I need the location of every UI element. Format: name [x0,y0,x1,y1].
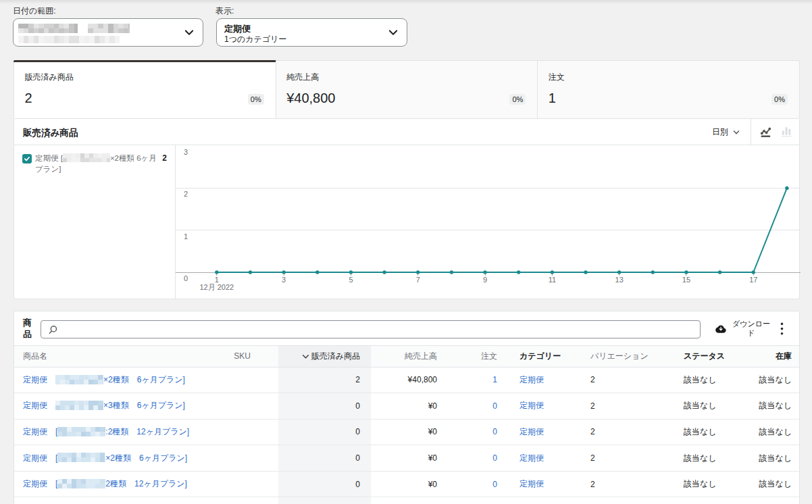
status-cell: 該当なし [673,445,746,472]
orders-cell: 0 [448,471,508,497]
category-cell: 定期便 [508,445,580,472]
chevron-down-icon [184,27,195,38]
svg-text:0: 0 [184,274,188,282]
variations-cell: 2 [580,445,673,472]
col-items-sold-sorted[interactable]: 販売済み商品 [278,346,371,367]
tab-items-sold[interactable]: 販売済み商品 2 0% [14,61,276,118]
products-table-card: 商品 ダウンロード 商品 [14,311,800,504]
empty-cell [448,497,508,504]
bar-chart-toggle[interactable] [778,124,794,140]
variations-cell: 2 [580,419,673,445]
chart-header: 販売済み商品 日別 [14,119,799,145]
category-cell: 定期便 [508,471,580,497]
svg-text:3: 3 [282,276,286,284]
variations-cell: 2 [580,367,673,393]
col-net-sales[interactable]: 純売上高 [371,346,448,367]
orders-link[interactable]: 0 [492,401,497,411]
category-link[interactable]: 定期便 [519,401,544,410]
legend-checkbox-checked[interactable] [22,154,32,163]
col-variations[interactable]: バリエーション [580,346,673,367]
search-input[interactable] [61,321,696,338]
granularity-select[interactable]: 日別 [712,119,740,145]
granularity-label: 日別 [712,126,728,138]
category-link[interactable]: 定期便 [519,453,544,463]
net-sales-cell: ¥0 [371,445,448,472]
inventory-cell: 該当なし [746,445,799,472]
status-cell: 該当なし [673,367,746,393]
tab-orders[interactable]: 注文 1 0% [537,61,799,118]
col-orders[interactable]: 注文 [448,346,508,367]
status-cell: 該当なし [673,471,746,497]
orders-cell: 0 [448,419,508,445]
items-sold-cell: 2 [278,367,371,393]
col-sku[interactable]: SKU [216,346,278,367]
legend-item[interactable]: 定期便 [×2種類 6ヶ月プラン] 2 [22,153,168,174]
redacted-product-name [55,401,103,410]
product-link[interactable]: 定期便 ×3種類 6ヶ月プラン] [23,401,185,410]
empty-cell [14,497,216,504]
chart-legend: 定期便 [×2種類 6ヶ月プラン] 2 [14,145,176,299]
metric-value: ¥40,800 [286,90,335,106]
line-chart-toggle[interactable] [758,124,774,140]
product-link[interactable]: 定期便 [:2種類 12ヶ月プラン] [23,427,189,436]
date-range-redacted-subvalue [18,36,120,43]
tab-net-sales[interactable]: 純売上高 ¥40,800 0% [276,61,538,118]
product-link[interactable]: 定期便 [×2種類 6ヶ月プラン] [23,453,187,463]
legend-label-suffix: ×2種類 6ヶ月 [110,154,157,162]
search-box[interactable] [41,320,701,338]
product-link[interactable]: 定期便 ×2種類 6ヶ月プラン] [23,375,185,384]
inventory-cell: 該当なし [746,367,799,393]
col-status[interactable]: ステータス [673,346,746,367]
checkmark-icon [24,155,30,162]
orders-link[interactable]: 1 [492,375,497,384]
redacted-product-name [57,427,105,436]
kebab-menu-button[interactable] [775,318,788,340]
table-header-row: 商品名 SKU 販売済み商品 純売上高 注文 カテゴリー バリエーション ステー… [14,346,799,367]
bar-chart-icon [782,126,792,137]
legend-value: 2 [162,153,167,163]
items-sold-cell: 0 [278,445,371,472]
svg-text:17: 17 [749,276,757,284]
download-label: ダウンロード [732,320,771,338]
product-name-prefix: 定期便 [23,375,55,384]
date-range-select[interactable] [13,18,203,47]
metric-value: 1 [549,90,556,106]
sku-cell [216,419,278,445]
net-sales-cell: ¥0 [371,393,448,420]
table-section-label: 商品 [23,318,32,340]
metric-change-badge: 0% [771,94,788,105]
category-cell: 定期便 [508,367,580,393]
net-sales-cell: ¥0 [371,419,448,445]
net-sales-cell: ¥0 [371,471,448,497]
orders-link[interactable]: 0 [492,427,497,436]
orders-link[interactable]: 0 [492,480,497,489]
download-button[interactable]: ダウンロード [715,316,773,342]
chevron-down-icon [388,27,399,38]
orders-link[interactable]: 0 [492,453,497,463]
chart-body: 定期便 [×2種類 6ヶ月プラン] 2 0123135791113151712月… [14,145,799,299]
sort-descending-chevron-icon [302,354,309,359]
category-link[interactable]: 定期便 [519,479,544,488]
product-name-prefix: 定期便 [ [23,479,57,488]
display-select-subvalue: 1つのカテゴリー [224,34,286,44]
category-link[interactable]: 定期便 [519,375,544,384]
empty-cell [278,497,371,504]
col-category[interactable]: カテゴリー [508,346,580,367]
table-row: 定期便 ×2種類 6ヶ月プラン]2¥40,8001定期便2該当なし該当なし [14,367,799,393]
product-name-suffix: ×3種類 6ヶ月プラン] [103,401,185,410]
col-product-name[interactable]: 商品名 [14,346,216,367]
variations-cell: 2 [580,393,673,420]
date-range-label: 日付の範囲: [13,6,56,16]
col-inventory[interactable]: 在庫 [746,346,799,367]
display-filter-label: 表示: [215,6,234,16]
product-link[interactable]: 定期便 [2種類 12ヶ月プラン] [23,479,187,488]
products-table: 商品名 SKU 販売済み商品 純売上高 注文 カテゴリー バリエーション ステー… [14,346,799,504]
svg-text:3: 3 [184,148,188,156]
category-link[interactable]: 定期便 [519,427,544,436]
product-name-cell: 定期便 ×2種類 6ヶ月プラン] [14,367,216,393]
category-cell: 定期便 [508,393,580,420]
svg-text:9: 9 [483,276,487,284]
display-select[interactable]: 定期便 1つのカテゴリー [216,18,407,47]
table-row: 定期便 ×3種類 6ヶ月プラン]0¥00定期便2該当なし該当なし [14,393,799,420]
divider [751,119,751,145]
